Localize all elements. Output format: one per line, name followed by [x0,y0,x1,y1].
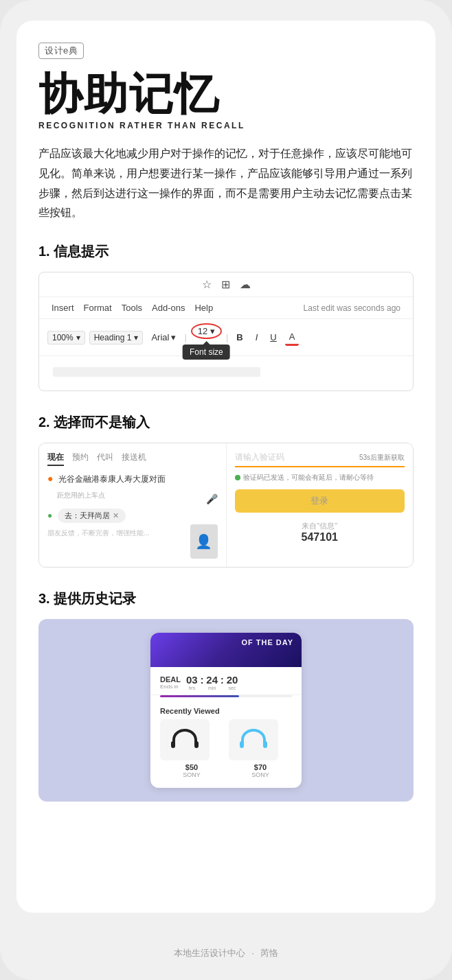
verification-code: 547101 [235,531,405,544]
svg-rect-1 [194,741,199,748]
color-button[interactable]: A [285,329,300,346]
tab-airport[interactable]: 接送机 [122,452,146,466]
docs-mockup: ☆ ⊞ ☁ Insert Format Tools Add-ons Help L… [38,272,414,391]
login-button[interactable]: 登录 [235,489,405,513]
minutes-value: 24 [206,674,218,686]
timer-minutes: 24 min [206,674,218,690]
product-1[interactable]: $50 SONY [160,719,223,778]
product-1-image [160,719,210,760]
hours-label: hrs [186,686,198,690]
page-content: 设计e典 协助记忆 RECOGNITION RATHER THAN RECALL… [16,21,436,913]
section2-heading: 2. 选择而不是输入 [38,413,414,432]
verify-note: 验证码已发送，可能会有延后，请耐心等待 [235,473,405,482]
menu-help[interactable]: Help [190,301,217,315]
product-2[interactable]: $70 SONY [229,719,292,778]
footer-dot: · [251,948,254,958]
font-size-tooltip: Font size [183,345,230,360]
product-1-price: $50 [160,763,223,771]
cloud-icon[interactable]: ☁ [240,278,251,291]
underline-button[interactable]: U [266,330,280,345]
style-dropdown[interactable]: Heading 1 ▾ [89,331,144,345]
zoom-dropdown[interactable]: 100% ▾ [47,331,85,345]
progress-bar [160,695,292,697]
sms-input-placeholder[interactable]: 请输入验证码 [235,452,359,463]
star-icon[interactable]: ☆ [202,278,212,291]
menu-addons[interactable]: Add-ons [148,301,189,315]
deal-label: DEAL [160,675,181,684]
bold-button[interactable]: B [232,330,247,345]
seconds-label: sec [227,686,238,690]
toolbar-divider1: | [184,332,186,342]
menu-tools[interactable]: Tools [117,301,146,315]
body-text: 产品应该最大化地减少用户对于操作的记忆，对于任意操作，应该尽可能地可见化。简单来… [38,144,414,223]
deal-label-area: DEAL Ends in [160,675,181,690]
last-edit-text: Last edit was seconds ago [300,301,405,315]
pickup-item: ● 光谷金融港泰康人寿大厦对面 [47,473,218,485]
history-mockup: OF THE DAY DEAL Ends in 03 hrs : [38,619,414,802]
dest-text: 去：天拜尚居 [65,511,110,521]
timer-seconds: 20 sec [227,674,238,690]
tab-agent[interactable]: 代叫 [97,452,113,466]
chip-close-icon[interactable]: ✕ [113,511,119,520]
resend-text[interactable]: 53s后重新获取 [359,453,405,463]
verify-text: 验证码已发送，可能会有延后，请耐心等待 [243,473,374,482]
seconds-value: 20 [227,674,238,686]
svg-rect-3 [263,741,267,748]
choice-mockup: 现在 预约 代叫 接送机 ● 光谷金融港泰康人寿大厦对面 距您用的上车点 ● 去… [38,443,414,568]
font-name: Arial [151,332,169,342]
dest-chip[interactable]: 去：天拜尚居 ✕ [58,509,126,523]
hours-value: 03 [186,674,198,686]
pickup-sub: 距您用的上车点 [57,491,218,500]
minutes-label: min [206,686,218,690]
deal-row: DEAL Ends in 03 hrs : 24 min : [150,667,302,695]
font-size-highlight[interactable]: 12 ▾ [191,323,222,339]
timer-hours: 03 hrs [186,674,198,690]
font-size-value: 12 [198,326,207,336]
voice-icon[interactable]: 🎤 [206,493,218,504]
product-2-price: $70 [229,763,292,771]
menu-insert[interactable]: Insert [47,301,78,315]
font-selector[interactable]: Arial ▾ [147,330,180,345]
zoom-arrow: ▾ [76,333,80,342]
zoom-value: 100% [52,333,74,342]
choice-right-panel: 请输入验证码 53s后重新获取 验证码已发送，可能会有延后，请耐心等待 登录 来… [227,443,414,567]
subtitle: RECOGNITION RATHER THAN RECALL [38,121,414,130]
progress-fill [160,695,239,697]
brand-tag: 设计e典 [38,43,414,70]
menu-format[interactable]: Format [80,301,116,315]
style-value: Heading 1 [94,333,132,342]
headphones-dark-icon [168,726,202,754]
headphones-blue-icon [236,726,271,754]
style-arrow: ▾ [134,333,138,342]
verify-dot [235,475,240,480]
font-size-arrow: ▾ [210,326,215,336]
docs-menu-bar: Insert Format Tools Add-ons Help Last ed… [39,297,413,319]
footer-right: 芮恪 [260,948,278,958]
timer-sep1: : [201,675,204,686]
footer-left: 本地生活设计中心 [174,948,245,958]
dest-item: ● 去：天拜尚居 ✕ 🎤 [47,506,218,523]
products-row: $50 SONY $70 SONY [150,719,302,788]
section3-heading: 3. 提供历史记录 [38,590,414,608]
banner: OF THE DAY [150,633,302,667]
sms-input-row: 请输入验证码 53s后重新获取 [235,452,405,467]
source-text: 来自"信息" [235,521,405,531]
font-size-area: 12 ▾ Font size [191,323,222,339]
font-arrow: ▾ [171,332,176,342]
timer-sep2: : [221,675,224,686]
product-1-brand: SONY [160,771,223,778]
svg-rect-2 [240,741,244,748]
tab-book[interactable]: 预约 [72,452,89,466]
history-card: OF THE DAY DEAL Ends in 03 hrs : [150,633,302,788]
svg-rect-0 [171,741,175,748]
pickup-text: 光谷金融港泰康人寿大厦对面 [58,474,166,484]
toolbar-divider2: | [226,332,228,342]
product-2-image [229,719,278,760]
docs-body [39,356,413,390]
grid-icon[interactable]: ⊞ [221,278,230,291]
tab-now[interactable]: 现在 [47,452,64,466]
phone-container: 设计e典 协助记忆 RECOGNITION RATHER THAN RECALL… [0,0,452,980]
main-title: 协助记忆 [38,70,414,118]
product-2-brand: SONY [229,771,292,778]
italic-button[interactable]: I [251,330,262,345]
